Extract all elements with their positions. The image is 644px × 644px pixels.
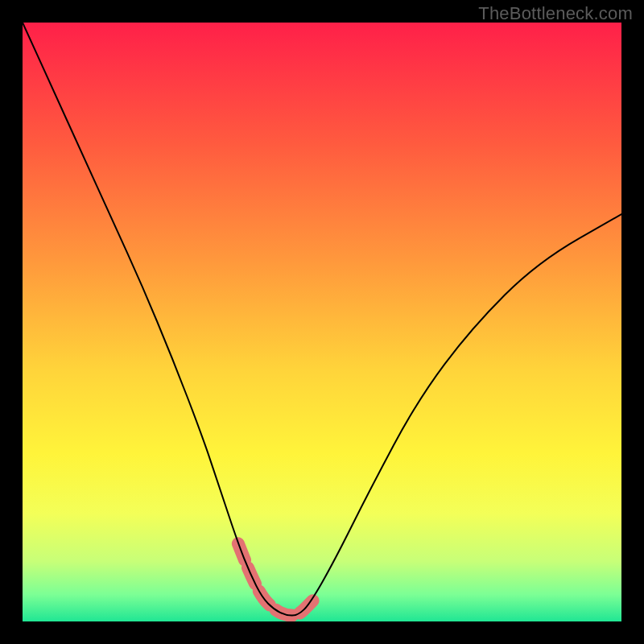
chart-stage: TheBottleneck.com [0, 0, 644, 644]
bottleneck-curve [23, 23, 621, 616]
watermark-text: TheBottleneck.com [478, 3, 633, 24]
trough-highlight [238, 543, 316, 615]
plot-area [23, 23, 621, 621]
curve-layer [23, 23, 621, 621]
